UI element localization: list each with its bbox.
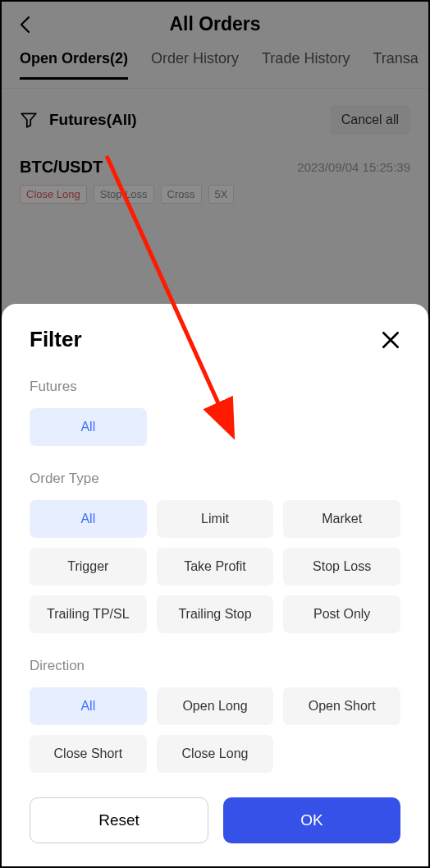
order-type-chip-trailing-tpsl[interactable]: Trailing TP/SL: [30, 595, 147, 633]
order-type-chip-take-profit[interactable]: Take Profit: [157, 548, 274, 586]
sheet-title: Filter: [30, 327, 82, 352]
direction-chip-close-short[interactable]: Close Short: [30, 735, 147, 773]
direction-chip-all[interactable]: All: [30, 687, 147, 725]
direction-chip-open-short[interactable]: Open Short: [283, 687, 400, 725]
sheet-footer: Reset OK: [30, 797, 400, 843]
futures-chip-all[interactable]: All: [30, 408, 147, 446]
direction-grid: All Open Long Open Short Close Short Clo…: [30, 687, 400, 773]
ok-button[interactable]: OK: [223, 797, 400, 843]
order-type-section-label: Order Type: [30, 471, 400, 487]
order-type-chip-limit[interactable]: Limit: [157, 500, 274, 538]
direction-chip-close-long[interactable]: Close Long: [157, 735, 274, 773]
direction-chip-open-long[interactable]: Open Long: [157, 687, 274, 725]
order-type-chip-market[interactable]: Market: [283, 500, 400, 538]
order-type-chip-trigger[interactable]: Trigger: [30, 548, 147, 586]
direction-section-label: Direction: [30, 658, 400, 674]
order-type-chip-stop-loss[interactable]: Stop Loss: [283, 548, 400, 586]
close-icon[interactable]: [381, 330, 400, 350]
order-type-grid: All Limit Market Trigger Take Profit Sto…: [30, 500, 400, 633]
filter-sheet: Filter Futures All Order Type All Limit …: [2, 304, 428, 866]
order-type-chip-post-only[interactable]: Post Only: [283, 595, 400, 633]
reset-button[interactable]: Reset: [30, 797, 208, 843]
order-type-chip-trailing-stop[interactable]: Trailing Stop: [157, 595, 274, 633]
order-type-chip-all[interactable]: All: [30, 500, 147, 538]
futures-section-label: Futures: [30, 379, 400, 395]
